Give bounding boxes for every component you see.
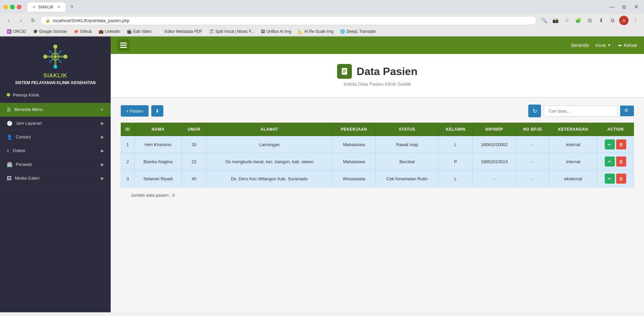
forward-btn[interactable]: ›: [16, 16, 25, 25]
edit-btn[interactable]: ✏: [605, 156, 615, 167]
menu-btn[interactable]: ⋮: [631, 16, 640, 25]
download-btn[interactable]: ⬇: [151, 105, 163, 117]
cell-id: 3: [121, 170, 135, 187]
svg-rect-17: [343, 71, 346, 72]
bookmark-unblur[interactable]: 🖼 UnBlur AI Img: [258, 28, 294, 35]
beranda-menu-icon: ☰: [7, 107, 11, 112]
svg-point-7: [54, 55, 57, 58]
search-input[interactable]: [544, 106, 618, 117]
reload-btn[interactable]: ↻: [28, 16, 38, 25]
cell-nama: Heri Khariono: [135, 136, 181, 153]
svg-line-10: [49, 59, 53, 63]
github-icon: 🐙: [73, 29, 78, 34]
sidebar-item-dokter[interactable]: ⚕ Dokter ▶: [0, 144, 111, 158]
window-minimize-icon[interactable]: —: [607, 2, 616, 12]
cell-alamat: Ds. Deru Kec.Wilangon Kab. Suramadu: [206, 170, 332, 187]
editvideo-icon: 🎬: [127, 29, 132, 34]
bookmark-pdfeditor-label: Editor Metadata PDF: [165, 29, 202, 34]
topnav: Beranda Klinik ▼ ➡ Keluar: [111, 37, 644, 54]
sidebar-panel-btn[interactable]: ⊟: [585, 16, 594, 25]
back-btn[interactable]: ‹: [4, 16, 13, 25]
maximize-btn[interactable]: [10, 5, 15, 9]
bookmark-scholar[interactable]: 🎓 Google Scholar: [30, 28, 70, 35]
bookmark-orcid-label: ORCID: [13, 29, 26, 34]
new-tab-btn[interactable]: +: [67, 2, 77, 12]
bookmark-editvideo[interactable]: 🎬 Edit Video: [124, 28, 154, 35]
edit-btn[interactable]: ✏: [605, 174, 615, 184]
delete-btn[interactable]: 🗑: [616, 174, 626, 184]
unblur-icon: 🖼: [261, 29, 265, 34]
window-close-icon[interactable]: ✕: [631, 2, 641, 12]
bookmark-linkedin-label: LinkedIn: [105, 29, 120, 34]
active-tab[interactable]: ✛ SIAKLIK ×: [27, 2, 66, 12]
download-icon: ⬇: [155, 108, 159, 114]
extensions-btn[interactable]: 🧩: [574, 16, 583, 25]
bookmark-rescale[interactable]: 📐 AI Re Scale Img: [295, 28, 336, 35]
sidebar-logo: SIAKLIK SISTEM PELAYANAN KLINIK KESEHATA…: [0, 37, 111, 89]
add-pasien-btn[interactable]: + Pasien: [121, 105, 149, 117]
sidebar-item-jam[interactable]: 🕐 Jam Layanan ▶: [0, 117, 111, 130]
svg-line-9: [58, 51, 61, 54]
cell-pekerjaan: Mahasiswa: [332, 153, 375, 170]
jam-menu-icon: 🕐: [7, 121, 12, 126]
orcid-icon: 🆔: [7, 29, 12, 34]
search-toolbar-btn[interactable]: 🔍: [539, 16, 549, 25]
cell-action: ✏ 🗑: [597, 136, 634, 153]
sidebar-item-contact[interactable]: 👤 Contact ▶: [0, 130, 111, 144]
svg-line-8: [49, 51, 53, 54]
topnav-keluar-label: Keluar: [624, 43, 637, 48]
bookmark-github-label: Github: [80, 29, 92, 34]
tab-favicon: ✛: [33, 5, 36, 9]
cell-pekerjaan: Mahasiswa: [332, 136, 375, 153]
download-btn[interactable]: ⬇: [596, 16, 606, 25]
sidebar-item-media[interactable]: 🖼 Media Galeri ▶: [0, 172, 111, 185]
svg-rect-13: [120, 45, 127, 46]
contact-menu-icon: 👤: [7, 134, 12, 140]
bookmark-orcid[interactable]: 🆔 ORCID: [4, 28, 29, 35]
lock-icon: 🔒: [45, 18, 50, 23]
document-list-icon: [340, 67, 348, 75]
profile-avatar[interactable]: A: [619, 16, 629, 25]
delete-btn[interactable]: 🗑: [616, 139, 626, 149]
sidebar-item-dokter-label: Dokter: [13, 148, 25, 153]
sidebar-brand: SIAKLIK: [44, 73, 67, 79]
cell-umur: 22: [181, 153, 206, 170]
bookmarks-bar: 🆔 ORCID 🎓 Google Scholar 🐙 Github 💼 Link…: [0, 27, 644, 36]
bookmark-scholar-label: Google Scholar: [39, 29, 67, 34]
bookmark-deepl[interactable]: 🌐 DeepL Translate: [337, 28, 379, 35]
hamburger-btn[interactable]: [117, 39, 129, 51]
bookmark-star-btn[interactable]: ☆: [562, 16, 572, 25]
close-btn[interactable]: [17, 5, 21, 9]
tab-close-btn[interactable]: ×: [57, 4, 60, 10]
page-subtitle: Kelola Data Pasien Klinik Siaklik: [124, 81, 631, 87]
bookmark-splitvocal-label: Split Vocal | Music F...: [215, 29, 255, 34]
col-pekerjaan: PEKERJAAN: [332, 123, 375, 136]
search-btn[interactable]: 🔍: [620, 106, 634, 116]
delete-btn[interactable]: 🗑: [616, 156, 626, 167]
screenshot-btn[interactable]: 📸: [551, 16, 560, 25]
cell-id: 1: [121, 136, 135, 153]
bookmark-github[interactable]: 🐙 Github: [71, 28, 94, 35]
refresh-icon: ↻: [533, 108, 537, 114]
cell-keterangan: eksternal: [549, 170, 597, 187]
refresh-btn[interactable]: ↻: [528, 105, 541, 117]
sidebar-item-perawat[interactable]: 🏥 Perawat ▶: [0, 158, 111, 172]
bookmark-pdfeditor[interactable]: 📄 Editor Metadata PDF: [156, 28, 205, 35]
edit-btn[interactable]: ✏: [605, 139, 615, 149]
bookmark-splitvocal[interactable]: 🎵 Split Vocal | Music F...: [206, 28, 257, 35]
bookmark-linkedin[interactable]: 💼 LinkedIn: [96, 28, 123, 35]
cell-action: ✏ 🗑: [597, 153, 634, 170]
minimize-btn[interactable]: [3, 5, 8, 9]
address-bar[interactable]: 🔒 localhost/SIAKLIK/poli/data_pasien.php: [40, 16, 537, 25]
cell-keterangan: internal: [549, 136, 597, 153]
sidebar-item-beranda[interactable]: ☰ Beranda Menu ▼: [0, 103, 111, 117]
topnav-klinik-dropdown[interactable]: Klinik ▼: [596, 43, 611, 48]
table-header: ID NAMA UMUR ALAMAT PEKERJAAN STATUS KEL…: [121, 123, 634, 136]
split-view-btn[interactable]: ⧉: [608, 16, 617, 25]
topnav-beranda[interactable]: Beranda: [571, 43, 589, 48]
col-status: STATUS: [375, 123, 438, 136]
topnav-keluar-btn[interactable]: ➡ Keluar: [618, 43, 637, 48]
cell-bpjs: -: [516, 136, 549, 153]
window-restore-icon[interactable]: ⧉: [619, 2, 629, 12]
footer-count: Jumlah data pasien : 3: [121, 187, 634, 203]
